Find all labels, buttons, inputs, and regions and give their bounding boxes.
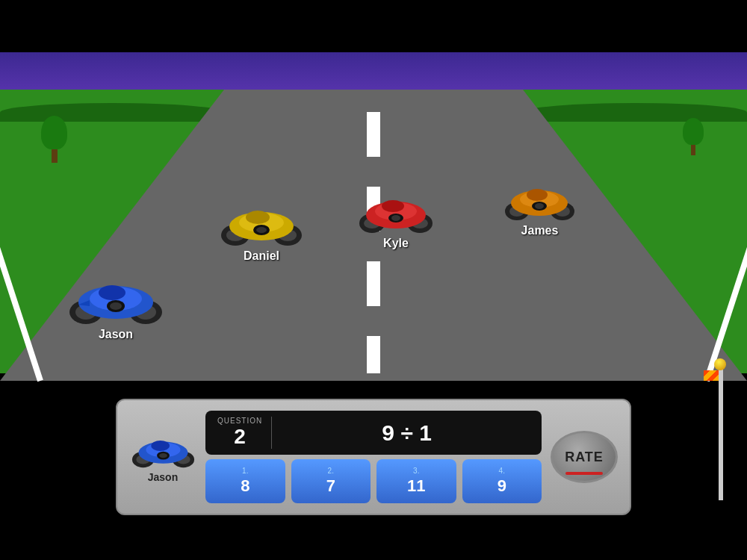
- svg-point-16: [246, 211, 270, 224]
- question-box: QUESTION 2 9 ÷ 1: [205, 411, 542, 455]
- car-daniel-label: Daniel: [244, 249, 279, 263]
- svg-point-27: [391, 215, 400, 221]
- answer-val-4: 9: [498, 476, 506, 496]
- svg-point-45: [159, 453, 167, 458]
- svg-point-34: [527, 189, 548, 201]
- svg-point-18: [256, 227, 267, 233]
- hud-panel: Jason QUESTION 2 9 ÷ 1 1. 8: [116, 399, 631, 515]
- answer-val-2: 7: [326, 476, 335, 496]
- car-jason: Jason: [67, 269, 164, 341]
- answer-num-2: 2.: [328, 467, 334, 475]
- finish-pole: [719, 366, 723, 500]
- tree-left: [41, 116, 67, 163]
- svg-point-6: [99, 285, 125, 300]
- answer-val-3: 11: [407, 476, 425, 496]
- answer-btn-3[interactable]: 3. 11: [376, 459, 456, 503]
- game-container: Jason Daniel Kyle: [0, 0, 747, 560]
- rate-label: RATE: [565, 449, 604, 465]
- answer-val-1: 8: [241, 476, 249, 496]
- car-jason-label: Jason: [99, 328, 133, 341]
- question-area: QUESTION 2 9 ÷ 1 1. 8 2. 7 3.: [205, 411, 542, 503]
- answer-btn-4[interactable]: 4. 9: [462, 459, 542, 503]
- car-kyle: Kyle: [359, 189, 433, 250]
- answer-num-3: 3.: [413, 467, 419, 475]
- car-james-img: [504, 179, 575, 221]
- car-daniel: Daniel: [220, 198, 303, 263]
- question-number: 2: [234, 425, 246, 449]
- rate-button[interactable]: RATE: [551, 431, 618, 483]
- pole-ball: [714, 358, 726, 370]
- hud-car-icon: [131, 431, 195, 468]
- question-label: QUESTION: [217, 417, 262, 425]
- black-bar-bottom: [0, 523, 747, 560]
- car-kyle-label: Kyle: [383, 237, 409, 250]
- answer-btn-2[interactable]: 2. 7: [291, 459, 371, 503]
- answers-row: 1. 8 2. 7 3. 11 4. 9: [205, 459, 542, 503]
- answer-num-4: 4.: [499, 467, 505, 475]
- hud-player-info: Jason: [129, 431, 196, 483]
- car-daniel-img: [220, 198, 303, 246]
- hud-player-name: Jason: [148, 471, 178, 483]
- question-number-box: QUESTION 2: [217, 417, 272, 449]
- horizon-bushes-right: [523, 103, 747, 122]
- car-jason-img: [67, 269, 164, 325]
- car-james-label: James: [521, 224, 559, 237]
- horizon-bushes-left: [0, 103, 224, 122]
- car-james: James: [504, 179, 575, 237]
- svg-point-9: [110, 302, 122, 310]
- svg-point-25: [382, 200, 404, 212]
- question-text: 9 ÷ 1: [284, 420, 530, 446]
- finish-flag: [704, 370, 719, 381]
- answer-num-1: 1.: [242, 467, 248, 475]
- answer-btn-1[interactable]: 1. 8: [205, 459, 285, 503]
- car-kyle-img: [359, 189, 433, 234]
- black-bar-top: [0, 0, 747, 52]
- svg-point-43: [151, 441, 170, 451]
- svg-point-36: [535, 203, 544, 209]
- tree-right: [683, 118, 704, 155]
